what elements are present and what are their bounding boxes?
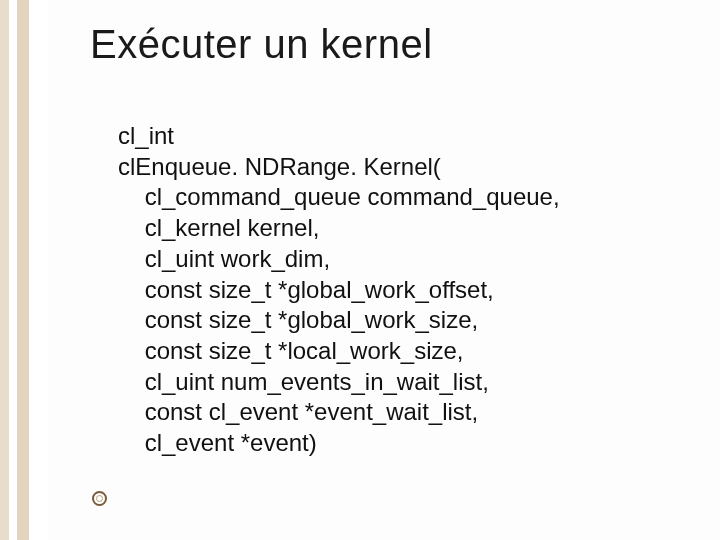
code-line: cl_uint num_events_in_wait_list, — [118, 368, 489, 395]
slide-content: Exécuter un kernel cl_int clEnqueue. NDR… — [0, 0, 720, 540]
code-line: cl_command_queue command_queue, — [118, 183, 560, 210]
code-line: const size_t *global_work_size, — [118, 306, 478, 333]
code-line: clEnqueue. NDRange. Kernel( — [118, 153, 441, 180]
code-line: cl_kernel kernel, — [118, 214, 319, 241]
code-block: cl_int clEnqueue. NDRange. Kernel( cl_co… — [90, 121, 690, 459]
code-line: cl_event *event) — [118, 429, 317, 456]
code-line: const size_t *local_work_size, — [118, 337, 463, 364]
code-line: cl_int — [118, 122, 174, 149]
slide-title: Exécuter un kernel — [90, 22, 690, 67]
code-line: const cl_event *event_wait_list, — [118, 398, 478, 425]
code-line: cl_uint work_dim, — [118, 245, 330, 272]
code-line: const size_t *global_work_offset, — [118, 276, 494, 303]
bullet-ring-icon — [92, 491, 107, 506]
